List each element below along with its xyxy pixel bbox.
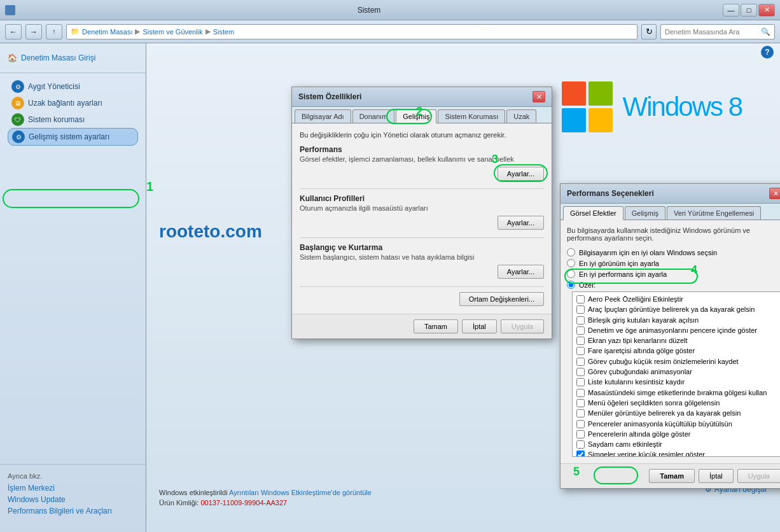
chk-liste-input[interactable]: [576, 378, 585, 386]
perf-apply-btn[interactable]: Uygula: [737, 469, 780, 483]
chk-masaustu-input[interactable]: [576, 389, 585, 397]
sidebar: 🏠 Denetim Masası Girişi ⚙ Aygıt Yönetici…: [0, 43, 146, 532]
chk-pencere-anim-input[interactable]: [576, 420, 585, 428]
chk-pencerelerin-input[interactable]: [576, 430, 585, 438]
sidebar-home-link[interactable]: 🏠 Denetim Masası Girişi: [8, 51, 138, 65]
sidebar-nav: ⚙ Aygıt Yöneticisi 🖥 Uzak bağlantı ayarl…: [0, 73, 146, 274]
sidebar-item-advanced-settings[interactable]: ⚙ Gelişmiş sistem ayarları: [8, 128, 138, 146]
chk-menuler-input[interactable]: [576, 409, 585, 417]
help-button[interactable]: ?: [761, 46, 774, 59]
sidebar-item-system-protection[interactable]: 🛡 Sistem koruması: [8, 111, 138, 128]
chk-gorev-anim-input[interactable]: [576, 368, 585, 376]
divider-2: [300, 237, 544, 238]
sidebar-item-remote-settings[interactable]: 🖥 Uzak bağlantı ayarları: [8, 95, 138, 111]
chk-menu-golge: Menü öğeleri seçildikten sonra gölgelens…: [576, 398, 777, 407]
section-baslangic: Başlangıç ve Kurtarma Sistem başlangıcı,…: [300, 243, 544, 279]
forward-button[interactable]: →: [25, 24, 42, 39]
chk-gorev-kucuk: Görev çubuğu küçük resim önizlemelerini …: [576, 357, 777, 366]
annotation-4: 4: [691, 263, 697, 277]
chk-ekran: Ekran yazı tipi kenarlarını düzelt: [576, 336, 777, 345]
main-layout: 🏠 Denetim Masası Girişi ⚙ Aygıt Yönetici…: [0, 43, 780, 532]
content-area: ? Windows 8 rooteto.com Windows etkinleş…: [146, 43, 780, 532]
search-icon[interactable]: 🔍: [761, 27, 770, 36]
activation-link[interactable]: Ayrıntıları Windows Etkinleştirme'de gör…: [229, 489, 372, 496]
breadcrumb-1[interactable]: Denetim Masası: [82, 28, 132, 36]
sidebar-item-perf-tools[interactable]: Performans Bilgileri ve Araçları: [8, 505, 138, 517]
perf-dialog-tabs: Görsel Efektler Gelişmiş Veri Yürütme En…: [561, 204, 780, 220]
chk-arac-ipuclari-input[interactable]: [576, 305, 585, 314]
logo-tl: [562, 81, 586, 106]
radio-auto-input[interactable]: [567, 248, 575, 256]
perf-ok-btn[interactable]: Tamam: [649, 469, 695, 483]
chk-menu-golge-input[interactable]: [576, 399, 585, 407]
window-controls: — □ ✕: [723, 4, 775, 17]
tab-veri-yurut[interactable]: Veri Yürütme Engellemesi: [667, 206, 761, 220]
radio-best-look-input[interactable]: [567, 259, 575, 267]
refresh-button[interactable]: ↻: [641, 24, 657, 39]
rooteto-brand: rooteto.com: [159, 221, 262, 242]
chk-birlesik: Birleşik giriş kutuları kayarak açılsın: [576, 316, 777, 325]
baslangic-settings-btn[interactable]: Ayarlar...: [498, 265, 544, 279]
chk-birlesik-input[interactable]: [576, 316, 585, 325]
annotation-3: 3: [492, 153, 498, 166]
system-apply-btn[interactable]: Uygula: [501, 319, 544, 333]
chk-gorev-kucuk-input[interactable]: [576, 358, 585, 366]
title-bar-left: [5, 5, 15, 15]
checkbox-list: Aero Peek Özelliğini Etkinleştir Araç İp…: [572, 291, 780, 457]
system-cancel-btn[interactable]: İptal: [462, 319, 497, 333]
tab-uzak[interactable]: Uzak: [506, 109, 536, 123]
chk-denetim: Denetim ve öge animasyonlarını pencere i…: [576, 326, 777, 335]
radio-custom-input[interactable]: [567, 281, 575, 289]
performance-options-dialog: Performans Seçenekleri ✕ Görsel Efektler…: [560, 183, 780, 489]
chk-pencerelerin: Pencerelerin altında gölge göster: [576, 430, 777, 438]
chk-ekran-input[interactable]: [576, 337, 585, 345]
chk-fare-input[interactable]: [576, 347, 585, 355]
tab-donanim[interactable]: Donanım: [352, 109, 395, 123]
system-properties-dialog: Sistem Özellikleri ✕ Bilgisayar Adı Dona…: [291, 87, 552, 339]
chk-aero-peek-input[interactable]: [576, 295, 585, 304]
radio-custom-label: Özel:: [579, 281, 595, 289]
divider-3: [300, 286, 544, 287]
sidebar-item-device-manager[interactable]: ⚙ Aygıt Yöneticisi: [8, 78, 138, 95]
radio-best-perf-input[interactable]: [567, 270, 575, 278]
back-button[interactable]: ←: [5, 24, 22, 39]
chk-simgeler: Simgeler yerine küçük resimler göster: [576, 450, 777, 457]
perf-dialog-title: Performans Seçenekleri: [567, 189, 654, 198]
admin-note: Bu değişikliklerin çoğu için Yönetici ol…: [300, 131, 544, 139]
tab-perf-gelismis[interactable]: Gelişmiş: [625, 206, 665, 220]
remote-icon: 🖥: [11, 97, 24, 109]
sidebar-item-windows-update[interactable]: Windows Update: [8, 494, 138, 505]
sidebar-top: 🏠 Denetim Masası Girişi: [0, 51, 146, 73]
radio-best-perf-label: En iyi performans için ayarla: [579, 270, 667, 278]
breadcrumb-sep-1: ▶: [135, 27, 140, 36]
tab-bilgisayar-adi[interactable]: Bilgisayar Adı: [295, 109, 351, 123]
chk-simgeler-input[interactable]: [576, 451, 585, 457]
activation-info: Windows etkinleştirildi Ayrıntıları Wind…: [159, 489, 372, 507]
chk-pencere-anim: Pencereler animasyonla küçültülüp büyütü…: [576, 419, 777, 428]
activation-text: Windows etkinleştirildi: [159, 489, 228, 496]
perf-cancel-btn[interactable]: İptal: [699, 469, 734, 483]
up-button[interactable]: ↑: [46, 24, 62, 39]
maximize-button[interactable]: □: [741, 4, 757, 17]
chk-denetim-input[interactable]: [576, 326, 585, 335]
radio-best-look-label: En iyi görünüm için ayarla: [579, 260, 659, 267]
perf-dialog-close[interactable]: ✕: [769, 188, 780, 199]
chk-saydam-input[interactable]: [576, 440, 585, 449]
sidebar-item-merkez[interactable]: İşlem Merkezi: [8, 482, 138, 494]
breadcrumb-2[interactable]: Sistem ve Güvenlik: [143, 28, 202, 36]
env-variables-btn[interactable]: Ortam Değişkenleri...: [459, 292, 544, 306]
tab-sistem-korumasi[interactable]: Sistem Koruması: [438, 109, 505, 123]
annotation-5: 5: [573, 465, 580, 479]
system-ok-btn[interactable]: Tamam: [414, 319, 458, 333]
radio-best-look: En iyi görünüm için ayarla: [567, 259, 780, 267]
kullanici-settings-btn[interactable]: Ayarlar...: [498, 216, 544, 230]
performans-settings-btn[interactable]: Ayarlar...: [498, 167, 544, 181]
breadcrumb-3[interactable]: Sistem: [213, 28, 235, 36]
search-input[interactable]: [665, 28, 758, 36]
see-also-title: Ayrıca bkz.: [8, 472, 138, 480]
system-dialog-close[interactable]: ✕: [533, 91, 545, 102]
tab-gorsel-efektler[interactable]: Görsel Efektler: [563, 206, 623, 220]
close-button[interactable]: ✕: [758, 4, 775, 17]
minimize-button[interactable]: —: [723, 4, 739, 17]
breadcrumb: 📁 Denetim Masası ▶ Sistem ve Güvenlik ▶ …: [66, 24, 637, 39]
